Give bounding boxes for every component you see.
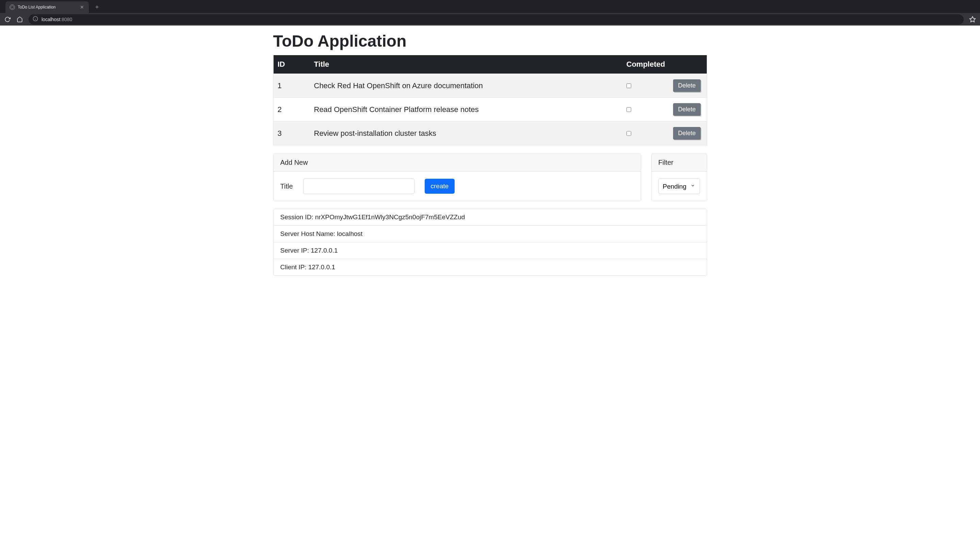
completed-checkbox[interactable] xyxy=(627,107,631,112)
cards-row: Add New Title create Filter Pending xyxy=(273,154,707,201)
delete-button[interactable]: Delete xyxy=(673,79,700,92)
filter-card-header: Filter xyxy=(652,154,707,172)
close-tab-icon[interactable]: ✕ xyxy=(79,5,85,10)
completed-checkbox[interactable] xyxy=(627,131,631,136)
url-host: localhost xyxy=(41,17,60,22)
table-row: 2Read OpenShift Container Platform relea… xyxy=(274,98,707,122)
info-client-ip-value: 127.0.0.1 xyxy=(308,263,335,271)
home-icon[interactable] xyxy=(15,15,25,24)
table-row: 3Review post-installation cluster tasksD… xyxy=(274,122,707,146)
browser-tab[interactable]: ToDo List Application ✕ xyxy=(5,2,89,13)
todo-table-wrap: ID Title Completed 1Check Red Hat OpenSh… xyxy=(273,55,707,146)
info-session-value: nrXPOmyJtwG1Ef1nWly3NCgz5n0ojF7m5EeVZZud xyxy=(315,213,465,221)
app-container: ToDo Application ID Title Completed 1Che… xyxy=(268,31,712,276)
add-card-body: Title create xyxy=(274,172,641,201)
filter-select[interactable]: Pending xyxy=(658,179,700,194)
info-list: Session ID: nrXPOmyJtwG1Ef1nWly3NCgz5n0o… xyxy=(273,209,707,276)
col-header-action xyxy=(669,55,706,74)
cell-id: 2 xyxy=(274,98,310,122)
url-text: localhost:8080 xyxy=(41,17,72,22)
info-icon xyxy=(33,16,38,23)
info-server-ip: Server IP: 127.0.0.1 xyxy=(274,242,707,259)
info-session: Session ID: nrXPOmyJtwG1Ef1nWly3NCgz5n0o… xyxy=(274,209,707,226)
cell-action: Delete xyxy=(669,122,706,146)
tab-title: ToDo List Application xyxy=(18,5,77,10)
info-session-label: Session ID: xyxy=(280,213,315,221)
info-server-ip-label: Server IP: xyxy=(280,247,311,254)
filter-card: Filter Pending xyxy=(651,154,707,201)
col-header-title: Title xyxy=(310,55,622,74)
browser-chrome: ToDo List Application ✕ + localhost:8080 xyxy=(0,0,980,26)
info-client-ip: Client IP: 127.0.0.1 xyxy=(274,259,707,275)
create-button[interactable]: create xyxy=(425,179,455,194)
completed-checkbox[interactable] xyxy=(627,83,631,88)
info-server-host: Server Host Name: localhost xyxy=(274,226,707,242)
svg-marker-3 xyxy=(970,17,975,22)
title-label: Title xyxy=(280,182,293,190)
url-bar[interactable]: localhost:8080 xyxy=(28,14,964,25)
cell-id: 1 xyxy=(274,74,310,98)
page-title: ToDo Application xyxy=(273,31,707,50)
cell-title: Check Red Hat OpenShift on Azure documen… xyxy=(310,74,622,98)
cell-action: Delete xyxy=(669,74,706,98)
title-input[interactable] xyxy=(303,179,414,194)
todo-table: ID Title Completed 1Check Red Hat OpenSh… xyxy=(274,55,707,145)
delete-button[interactable]: Delete xyxy=(673,103,700,116)
cell-title: Review post-installation cluster tasks xyxy=(310,122,622,146)
filter-card-body: Pending xyxy=(652,172,707,201)
col-header-completed: Completed xyxy=(622,55,669,74)
add-card-header: Add New xyxy=(274,154,641,172)
cell-id: 3 xyxy=(274,122,310,146)
cell-title: Read OpenShift Container Platform releas… xyxy=(310,98,622,122)
cell-completed xyxy=(622,122,669,146)
info-server-host-value: localhost xyxy=(337,230,362,237)
url-port: :8080 xyxy=(60,17,72,22)
cell-completed xyxy=(622,98,669,122)
info-server-ip-value: 127.0.0.1 xyxy=(311,247,338,254)
info-server-host-label: Server Host Name: xyxy=(280,230,337,237)
table-header-row: ID Title Completed xyxy=(274,55,707,74)
bookmark-star-icon[interactable] xyxy=(968,15,977,24)
cell-completed xyxy=(622,74,669,98)
col-header-id: ID xyxy=(274,55,310,74)
info-client-ip-label: Client IP: xyxy=(280,263,308,271)
globe-icon xyxy=(10,5,15,10)
table-row: 1Check Red Hat OpenShift on Azure docume… xyxy=(274,74,707,98)
reload-icon[interactable] xyxy=(3,15,12,24)
add-new-card: Add New Title create xyxy=(273,154,641,201)
tab-bar: ToDo List Application ✕ + xyxy=(0,0,980,13)
delete-button[interactable]: Delete xyxy=(673,127,700,140)
new-tab-button[interactable]: + xyxy=(92,2,102,12)
address-bar-row: localhost:8080 xyxy=(0,13,980,26)
filter-select-wrap: Pending xyxy=(658,179,700,194)
cell-action: Delete xyxy=(669,98,706,122)
